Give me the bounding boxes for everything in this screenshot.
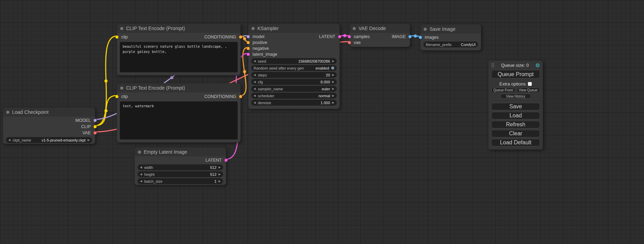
widget-label: batch_size	[144, 179, 162, 183]
next-arrow-icon[interactable]: ▶	[219, 173, 221, 176]
save-button[interactable]: Save	[491, 103, 540, 110]
vae-input-dot[interactable]	[348, 41, 351, 44]
slot-label: LATENT	[205, 158, 222, 163]
slot-label: MODEL	[76, 118, 91, 123]
extra-options-checkbox[interactable]	[528, 82, 532, 86]
refresh-button[interactable]: Refresh	[491, 121, 540, 128]
random-seed-widget[interactable]: Random seed after every gen enabled	[251, 65, 337, 71]
node-load-checkpoint[interactable]: Load Checkpoint MODEL CLIP VAE ◀ ckpt_na…	[3, 107, 95, 144]
model-input-dot[interactable]	[247, 35, 250, 38]
queue-front-button[interactable]: Queue Front	[491, 88, 515, 93]
prev-arrow-icon[interactable]: ◀	[140, 166, 142, 169]
slot-label: vae	[354, 40, 361, 45]
drag-handle-icon[interactable]	[491, 63, 494, 67]
denoise-widget[interactable]: ◀ denoise 1.000 ▶	[251, 100, 337, 106]
collapse-dot-icon[interactable]	[138, 151, 141, 154]
negative-input-dot[interactable]	[247, 47, 250, 50]
next-arrow-icon[interactable]: ▶	[332, 101, 334, 104]
next-arrow-icon[interactable]: ▶	[332, 87, 334, 90]
prev-arrow-icon[interactable]: ◀	[254, 73, 256, 76]
node-title-bar[interactable]: VAE Decode	[350, 24, 410, 33]
view-history-row: View History	[491, 94, 540, 99]
latent-output-dot[interactable]	[224, 159, 228, 162]
view-queue-button[interactable]: View Queue	[517, 88, 540, 93]
ckpt-name-widget[interactable]: ◀ ckpt_name v1-5-pruned-emaonly.ckpt ▶	[6, 137, 92, 143]
next-arrow-icon[interactable]: ▶	[332, 80, 334, 83]
queue-menu-panel: Queue size: 0 ⚙ Queue Prompt Extra optio…	[488, 61, 543, 150]
steps-widget[interactable]: ◀ steps 20 ▶	[251, 72, 337, 78]
node-title: Save Image	[430, 26, 456, 32]
latent-output-dot[interactable]	[338, 35, 341, 38]
batch-size-widget[interactable]: ◀ batch_size 1 ▶	[138, 178, 223, 184]
settings-gear-icon[interactable]: ⚙	[536, 63, 540, 68]
height-widget[interactable]: ◀ height 512 ▶	[138, 171, 223, 177]
node-vae-decode[interactable]: VAE Decode samples IMAGE vae	[349, 24, 410, 47]
next-arrow-icon[interactable]: ▶	[332, 73, 334, 76]
node-title-bar[interactable]: KSampler	[248, 24, 339, 33]
clip-input-dot[interactable]	[115, 95, 118, 98]
prev-arrow-icon[interactable]: ◀	[254, 60, 256, 63]
load-default-button[interactable]: Load Default	[491, 139, 540, 146]
latent-image-input-dot[interactable]	[247, 53, 250, 56]
prev-arrow-icon[interactable]: ◀	[254, 87, 256, 90]
images-input-dot[interactable]	[419, 36, 422, 39]
node-title-bar[interactable]: CLIP Text Encode (Prompt)	[117, 24, 240, 33]
node-title-bar[interactable]: Save Image	[421, 25, 481, 34]
load-button[interactable]: Load	[491, 112, 540, 119]
clear-button[interactable]: Clear	[491, 130, 540, 137]
samples-input-dot[interactable]	[348, 35, 351, 38]
vae-output-dot[interactable]	[94, 132, 97, 135]
node-title-bar[interactable]: Empty Latent Image	[135, 147, 226, 156]
node-empty-latent-image[interactable]: Empty Latent Image LATENT ◀ width 512 ▶ …	[134, 147, 226, 185]
positive-input-dot[interactable]	[247, 41, 250, 44]
widget-label: ckpt_name	[12, 138, 31, 142]
collapse-dot-icon[interactable]	[6, 111, 9, 114]
prev-arrow-icon[interactable]: ◀	[254, 80, 256, 83]
next-arrow-icon[interactable]: ▶	[219, 180, 221, 183]
prompt-textarea[interactable]: text, watermark	[120, 101, 238, 139]
filename-prefix-widget[interactable]: filename_prefix ComfyUI	[423, 42, 478, 47]
collapse-dot-icon[interactable]	[120, 27, 123, 30]
clip-output-dot[interactable]	[94, 125, 97, 128]
widget-label: height	[144, 172, 155, 177]
next-arrow-icon[interactable]: ▶	[332, 60, 334, 63]
prev-arrow-icon[interactable]: ◀	[8, 138, 10, 142]
model-output-dot[interactable]	[94, 119, 97, 122]
collapse-dot-icon[interactable]	[424, 28, 427, 31]
clip-input-dot[interactable]	[115, 36, 118, 39]
conditioning-output-dot[interactable]	[239, 95, 242, 98]
image-output-dot[interactable]	[408, 35, 412, 38]
collapse-dot-icon[interactable]	[353, 27, 356, 30]
seed-widget[interactable]: ◀ seed 156680208700286 ▶	[251, 58, 337, 64]
conditioning-output-dot[interactable]	[239, 36, 242, 39]
next-arrow-icon[interactable]: ▶	[88, 138, 90, 142]
sampler-name-widget[interactable]: ◀ sampler_name euler ▶	[251, 86, 337, 92]
prev-arrow-icon[interactable]: ◀	[140, 180, 142, 183]
slot-row: clip CONDITIONING	[117, 93, 240, 100]
next-arrow-icon[interactable]: ▶	[332, 94, 334, 97]
node-clip-text-encode-positive[interactable]: CLIP Text Encode (Prompt) clip CONDITION…	[117, 24, 241, 75]
node-title-bar[interactable]: Load Checkpoint	[3, 108, 95, 117]
next-arrow-icon[interactable]: ▶	[219, 166, 221, 169]
slot-label: positive	[253, 40, 267, 45]
output-slot-clip: CLIP	[3, 124, 95, 130]
prev-arrow-icon[interactable]: ◀	[140, 173, 142, 176]
prompt-textarea[interactable]: beautiful scenery nature glass bottle la…	[120, 42, 238, 72]
toggle-dot-icon[interactable]	[331, 66, 334, 70]
node-save-image[interactable]: Save Image images filename_prefix ComfyU…	[420, 24, 481, 51]
collapse-dot-icon[interactable]	[252, 27, 255, 30]
prev-arrow-icon[interactable]: ◀	[254, 94, 256, 97]
node-ksampler[interactable]: KSampler model LATENT positive negative …	[248, 24, 340, 109]
node-graph-canvas[interactable]: Load Checkpoint MODEL CLIP VAE ◀ ckpt_na…	[0, 0, 644, 244]
queue-prompt-button[interactable]: Queue Prompt	[491, 70, 540, 79]
width-widget[interactable]: ◀ width 512 ▶	[138, 164, 223, 170]
node-clip-text-encode-negative[interactable]: CLIP Text Encode (Prompt) clip CONDITION…	[117, 83, 241, 143]
prev-arrow-icon[interactable]: ◀	[254, 101, 256, 104]
node-title-bar[interactable]: CLIP Text Encode (Prompt)	[117, 83, 240, 92]
extra-options-row: Extra options	[491, 81, 540, 86]
scheduler-widget[interactable]: ◀ scheduler normal ▶	[251, 93, 337, 99]
cfg-widget[interactable]: ◀ cfg 8.000 ▶	[251, 79, 337, 85]
view-history-button[interactable]: View History	[500, 94, 531, 99]
widget-label: steps	[258, 73, 267, 77]
collapse-dot-icon[interactable]	[120, 87, 123, 90]
